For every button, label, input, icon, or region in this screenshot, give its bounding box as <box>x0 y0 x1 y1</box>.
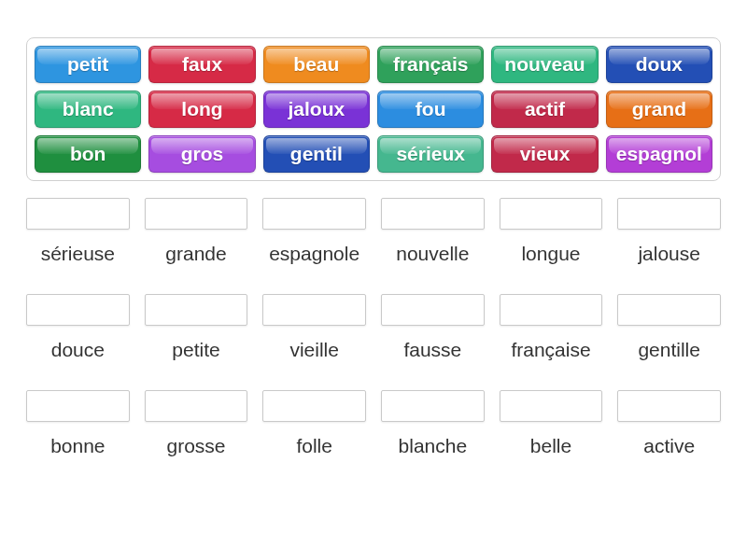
target-label: grosse <box>166 435 225 456</box>
word-tile[interactable]: bon <box>35 135 141 173</box>
target-label: nouvelle <box>396 243 469 264</box>
drop-zone[interactable] <box>145 294 248 326</box>
drop-target: française <box>500 294 603 377</box>
word-tile[interactable]: grand <box>606 91 712 128</box>
drop-target: petite <box>145 294 248 377</box>
word-tile[interactable]: nouveau <box>491 46 598 83</box>
drop-target: grande <box>145 198 248 281</box>
target-label: active <box>643 435 695 456</box>
word-tile[interactable]: jaloux <box>263 91 370 128</box>
target-label: gentille <box>638 339 700 360</box>
word-tile[interactable]: vieux <box>491 135 598 173</box>
drop-zone[interactable] <box>381 390 485 422</box>
word-tile[interactable]: gentil <box>263 135 370 173</box>
drop-zone[interactable] <box>145 198 248 230</box>
target-label: sérieuse <box>41 243 115 264</box>
target-label: vieille <box>289 339 339 360</box>
drop-zone[interactable] <box>145 390 248 422</box>
drop-zone[interactable] <box>26 294 130 326</box>
word-tile[interactable]: sérieux <box>377 135 484 173</box>
target-label: douce <box>51 339 105 360</box>
drop-target: vieille <box>262 294 366 377</box>
drop-target: sérieuse <box>26 198 130 281</box>
target-label: française <box>511 339 590 360</box>
target-label: longue <box>521 243 580 264</box>
drop-zone[interactable] <box>381 294 485 326</box>
word-tile[interactable]: gros <box>148 135 255 173</box>
drop-target: fausse <box>381 294 485 377</box>
drop-target: nouvelle <box>381 198 485 281</box>
target-label: blanche <box>399 435 468 456</box>
drop-zone[interactable] <box>26 390 130 422</box>
drop-zone[interactable] <box>617 294 721 326</box>
drop-target: belle <box>500 390 603 473</box>
drop-target: bonne <box>26 390 130 473</box>
drop-zone[interactable] <box>617 390 721 422</box>
drop-target: folle <box>262 390 366 473</box>
drop-zone[interactable] <box>262 198 366 230</box>
target-label: belle <box>530 435 571 456</box>
target-label: bonne <box>50 435 105 456</box>
drop-target: douce <box>26 294 130 377</box>
target-label: folle <box>296 435 332 456</box>
word-tile[interactable]: long <box>148 91 255 128</box>
word-tile[interactable]: fou <box>377 91 484 128</box>
target-label: jalouse <box>638 243 700 264</box>
drop-target: grosse <box>145 390 248 473</box>
word-tile[interactable]: faux <box>148 46 255 83</box>
word-tile[interactable]: français <box>377 46 484 83</box>
drop-zone[interactable] <box>500 198 603 230</box>
word-tile[interactable]: petit <box>35 46 141 83</box>
game-stage: petitfauxbeaufrançaisnouveaudouxblanclon… <box>0 0 747 473</box>
drop-targets-grid: sérieusegrandeespagnolenouvellelonguejal… <box>26 198 721 473</box>
word-tile[interactable]: doux <box>606 46 712 83</box>
drop-zone[interactable] <box>617 198 721 230</box>
target-label: petite <box>172 339 219 360</box>
drop-zone[interactable] <box>26 198 130 230</box>
drop-target: espagnole <box>262 198 366 281</box>
drop-zone[interactable] <box>262 294 366 326</box>
drop-target: gentille <box>617 294 721 377</box>
drop-zone[interactable] <box>500 294 603 326</box>
drop-zone[interactable] <box>262 390 366 422</box>
drop-target: longue <box>500 198 603 281</box>
word-tile[interactable]: blanc <box>35 91 141 128</box>
word-tile[interactable]: beau <box>263 46 370 83</box>
drop-target: active <box>617 390 721 473</box>
target-label: grande <box>165 243 226 264</box>
drop-target: jalouse <box>617 198 721 281</box>
drop-target: blanche <box>381 390 485 473</box>
drop-zone[interactable] <box>381 198 485 230</box>
word-tile[interactable]: actif <box>491 91 598 128</box>
target-label: fausse <box>403 339 461 360</box>
word-tile[interactable]: espagnol <box>606 135 712 173</box>
word-bank: petitfauxbeaufrançaisnouveaudouxblanclon… <box>26 37 721 181</box>
target-label: espagnole <box>269 243 359 264</box>
drop-zone[interactable] <box>500 390 603 422</box>
